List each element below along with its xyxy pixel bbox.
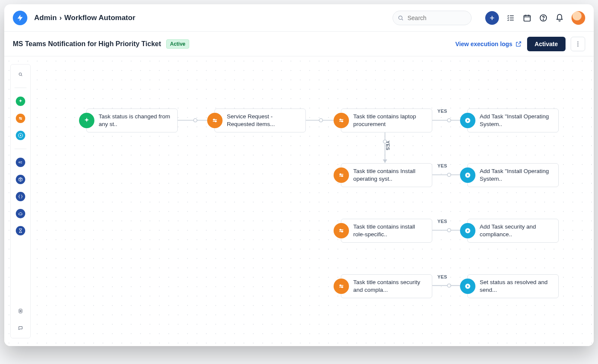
rail-chat[interactable] (16, 323, 25, 333)
node-condition-service-request[interactable]: Service Request - Requested items... (214, 109, 306, 132)
search-icon (398, 15, 404, 21)
breadcrumb-root[interactable]: Admin (34, 14, 57, 22)
form-icon (18, 160, 23, 165)
rail-condition[interactable] (16, 114, 25, 123)
svg-point-55 (340, 119, 341, 120)
calendar-icon (523, 14, 531, 22)
svg-rect-7 (524, 15, 531, 21)
activate-button[interactable]: Activate (527, 37, 566, 51)
svg-point-15 (577, 45, 578, 46)
tool-rail (10, 64, 31, 338)
notifications-button[interactable] (555, 14, 564, 22)
workflow-title: MS Teams Notification for High Priority … (13, 40, 161, 48)
node-text: Add Task security and compliance.. (480, 223, 553, 238)
svg-line-17 (21, 75, 22, 76)
condition-icon (334, 113, 349, 128)
node-text: Task title contains security and compla.… (353, 279, 427, 294)
svg-point-51 (214, 119, 215, 120)
edge-label-yes: YES (437, 109, 447, 114)
rail-timer[interactable] (16, 226, 25, 235)
action-icon (18, 133, 23, 138)
node-action-resolve-send[interactable]: Set status as resolved and send... (467, 274, 559, 298)
svg-point-20 (20, 117, 21, 118)
node-condition-laptop-procurement[interactable]: Task title contains laptop procurement (341, 109, 432, 132)
app-logo[interactable] (13, 11, 27, 25)
search-icon (18, 72, 23, 77)
checklist-icon (507, 14, 515, 22)
calendar-button[interactable] (523, 14, 531, 22)
node-condition-install-os[interactable]: Task title contains Install operating sy… (341, 163, 432, 187)
add-button[interactable] (485, 11, 499, 25)
action-icon (460, 167, 475, 183)
rail-object[interactable] (16, 175, 25, 184)
condition-icon (334, 167, 349, 183)
svg-point-32 (319, 119, 322, 122)
node-condition-role-specific[interactable]: Task title contains install role-specifi… (341, 219, 432, 243)
checklist-button[interactable] (507, 14, 515, 22)
rail-event[interactable] (16, 97, 25, 106)
rail-action[interactable] (16, 131, 25, 140)
node-text: Set status as resolved and send... (480, 279, 553, 294)
node-text: Task title contains install role-specifi… (353, 223, 427, 238)
svg-point-47 (447, 284, 451, 287)
code-icon (18, 194, 23, 199)
workflow-canvas[interactable]: YES YES YES YES YES YES Task status is c… (31, 56, 594, 346)
rail-code[interactable] (16, 192, 25, 201)
status-badge: Active (166, 39, 189, 49)
svg-point-60 (340, 174, 341, 175)
rail-cloud[interactable] (16, 209, 25, 218)
cloud-icon (18, 211, 23, 216)
object-icon (18, 177, 23, 182)
event-icon (79, 113, 94, 128)
kebab-icon (575, 41, 581, 47)
svg-point-21 (21, 119, 22, 120)
svg-marker-39 (383, 159, 387, 163)
connectors (31, 56, 594, 346)
more-options-button[interactable] (571, 37, 585, 51)
breadcrumb-separator: › (59, 14, 62, 22)
rail-search[interactable] (16, 70, 25, 79)
node-trigger[interactable]: Task status is changed from any st.. (86, 109, 178, 132)
condition-icon (334, 279, 349, 294)
node-condition-security-compliance[interactable]: Task title contains security and compla.… (341, 274, 432, 298)
edge-label-yes: YES (437, 163, 447, 168)
user-avatar[interactable] (572, 11, 585, 25)
condition-icon (207, 113, 223, 128)
condition-icon (334, 223, 349, 238)
search-input[interactable] (393, 11, 472, 25)
edge-label-yes: YES (437, 274, 447, 279)
rail-docs[interactable] (16, 306, 25, 316)
breadcrumb-page[interactable]: Workflow Automator (64, 14, 135, 22)
node-text: Add Task "Install Operating System.. (480, 167, 553, 183)
rail-form[interactable] (16, 158, 25, 167)
timer-icon (18, 228, 23, 233)
action-icon (460, 279, 475, 294)
docs-icon (18, 308, 23, 314)
svg-point-44 (447, 229, 451, 232)
breadcrumb: Admin › Workflow Automator (34, 14, 135, 22)
plus-icon (489, 15, 495, 21)
help-button[interactable] (539, 14, 548, 22)
node-action-install-os-2[interactable]: Add Task "Install Operating System.. (467, 163, 559, 187)
help-icon (539, 14, 548, 22)
svg-point-61 (342, 176, 343, 177)
event-icon (18, 99, 23, 104)
svg-point-23 (19, 162, 20, 163)
svg-point-14 (577, 43, 578, 44)
view-execution-logs-link[interactable]: View execution logs (455, 41, 522, 47)
external-link-icon (515, 41, 522, 47)
subheader: MS Teams Notification for High Priority … (4, 32, 594, 56)
svg-point-71 (342, 287, 343, 288)
svg-point-0 (399, 16, 402, 19)
topbar: Admin › Workflow Automator (4, 4, 594, 32)
svg-point-52 (215, 121, 217, 122)
svg-point-12 (543, 19, 543, 20)
svg-point-41 (447, 173, 451, 176)
node-action-install-os-1[interactable]: Add Task "Install Operating System.. (467, 109, 559, 132)
edge-label-yes: YES (385, 141, 390, 150)
node-action-security-compliance[interactable]: Add Task security and compliance.. (467, 219, 559, 243)
svg-point-13 (577, 41, 578, 42)
view-logs-label: View execution logs (455, 41, 513, 47)
svg-point-66 (342, 231, 343, 232)
condition-icon (18, 116, 23, 121)
